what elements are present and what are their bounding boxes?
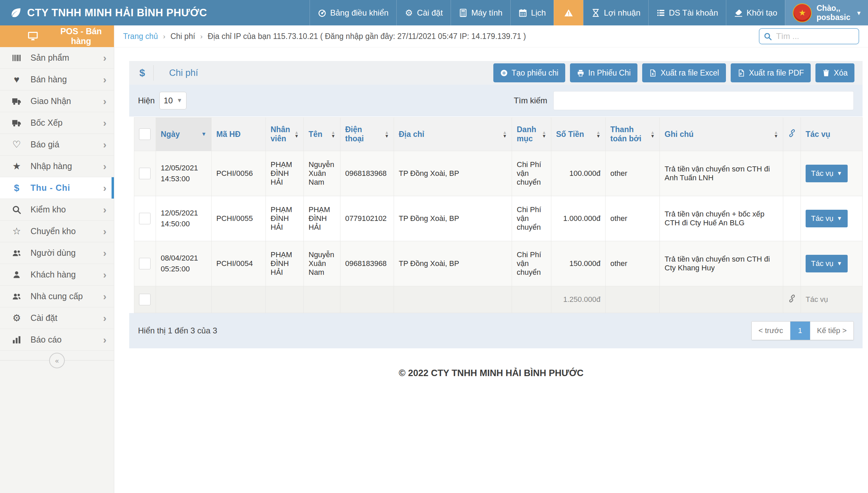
pagination-prev[interactable]: < trước bbox=[752, 322, 790, 340]
column-header-staff[interactable]: Nhân viên▲▼ bbox=[266, 118, 304, 151]
delete-label: Xóa bbox=[834, 68, 848, 78]
brand-title: CTY TNHH MINH HẢI BÌNH PHƯỚC bbox=[27, 7, 207, 19]
create-expense-button[interactable]: Tạo phiếu chi bbox=[493, 63, 565, 82]
column-header-phone[interactable]: Điện thoại▲▼ bbox=[340, 118, 394, 151]
cell-action: Tác vụ▼ bbox=[801, 241, 863, 286]
nav-item-calendar[interactable]: Lịch bbox=[510, 0, 554, 25]
nav-item-dashboard[interactable]: Bảng điều khiển bbox=[310, 0, 396, 25]
column-header-code[interactable]: Mã HĐ bbox=[212, 118, 266, 151]
cell-phone: 0779102102 bbox=[340, 196, 394, 241]
row-checkbox[interactable] bbox=[139, 168, 151, 179]
user-greeting: Chào,, posbasic bbox=[816, 4, 850, 22]
cell-date: 12/05/202114:50:00 bbox=[156, 196, 212, 241]
print-expense-button[interactable]: In Phiếu Chi bbox=[570, 63, 637, 82]
sidebar-item-khach-hang[interactable]: Khách hàng› bbox=[0, 264, 114, 286]
row-action-button[interactable]: Tác vụ▼ bbox=[806, 210, 848, 227]
column-header-paid_by[interactable]: Thanh toán bởi▲▼ bbox=[606, 118, 660, 151]
sidebar-item-label: Nhà cung cấp bbox=[31, 291, 83, 301]
column-header-category[interactable]: Danh mục▲▼ bbox=[512, 118, 551, 151]
global-search-input[interactable] bbox=[775, 31, 854, 41]
nav-item-settings[interactable]: ⚙Cài đặt bbox=[396, 0, 451, 25]
nav-item-initialize[interactable]: Khởi tạo bbox=[726, 0, 785, 25]
export-pdf-label: Xuất ra file PDF bbox=[749, 68, 804, 78]
star-icon: ★ bbox=[9, 162, 24, 171]
sidebar-item-label: Sản phẩm bbox=[31, 53, 69, 63]
cell-code: PCHI/0055 bbox=[212, 196, 266, 241]
cell-select bbox=[134, 241, 156, 286]
total-cell-address bbox=[394, 286, 512, 313]
sidebar-item-chuyen-kho[interactable]: ☆Chuyển kho› bbox=[0, 221, 114, 242]
cell-category: Chi Phí vận chuyển bbox=[512, 151, 551, 196]
sidebar-item-cai-dat[interactable]: ⚙Cài đặt› bbox=[0, 307, 114, 329]
user-menu[interactable]: ★ Chào,, posbasic ▾ bbox=[785, 0, 868, 25]
nav-item-accounts[interactable]: DS Tài khoản bbox=[648, 0, 726, 25]
row-checkbox[interactable] bbox=[139, 213, 151, 224]
delete-button[interactable]: Xóa bbox=[815, 63, 854, 82]
avatar: ★ bbox=[793, 3, 812, 22]
nav-item-profit[interactable]: Lợi nhuận bbox=[583, 0, 648, 25]
cell-note: Trả tiền vận chuyển sơn CTH đi Cty Khang… bbox=[660, 241, 783, 286]
sidebar-item-label: Cài đặt bbox=[31, 313, 57, 323]
sidebar-item-label: Thu - Chi bbox=[31, 183, 70, 193]
nav-item-calculator[interactable]: Máy tính bbox=[451, 0, 510, 25]
pagination-page-1[interactable]: 1 bbox=[790, 322, 810, 340]
cell-category: Chi Phí vận chuyển bbox=[512, 241, 551, 286]
select-all-checkbox[interactable] bbox=[139, 128, 151, 140]
cell-date: 08/04/2021 bbox=[161, 253, 206, 264]
print-expense-label: In Phiếu Chi bbox=[588, 68, 631, 78]
sidebar-item-label: Bốc Xếp bbox=[31, 118, 63, 128]
page-size-select[interactable]: 10 ▼ bbox=[159, 92, 186, 109]
pagination-next[interactable]: Kế tiếp > bbox=[810, 322, 853, 340]
breadcrumb-bar: Trang chủ › Chi phí › Địa chỉ IP của bạn… bbox=[114, 25, 868, 47]
sidebar-item-nhap-hang[interactable]: ★Nhập hàng› bbox=[0, 156, 114, 177]
truck-icon bbox=[9, 118, 24, 128]
breadcrumb-separator: › bbox=[163, 32, 165, 40]
sidebar-item-ban-hang[interactable]: ♥Bán hàng› bbox=[0, 69, 114, 90]
column-header-address[interactable]: Địa chỉ▲▼ bbox=[394, 118, 512, 151]
column-header-name[interactable]: Tên▲▼ bbox=[304, 118, 340, 151]
total-cell-name bbox=[304, 286, 340, 313]
nav-item-warning[interactable] bbox=[554, 0, 583, 25]
export-excel-button[interactable]: Xuất ra file Excel bbox=[642, 63, 726, 82]
column-label: Điện thoại bbox=[345, 125, 382, 143]
sidebar-item-kiem-kho[interactable]: Kiểm kho› bbox=[0, 199, 114, 221]
truck-icon bbox=[9, 97, 24, 106]
total-cell-category bbox=[512, 286, 551, 313]
chevron-right-icon: › bbox=[103, 312, 106, 324]
users-icon bbox=[9, 292, 24, 301]
sidebar-item-bao-cao[interactable]: Báo cáo› bbox=[0, 329, 114, 351]
sidebar-item-san-pham[interactable]: Sản phẩm› bbox=[0, 47, 114, 69]
column-header-action[interactable]: Tác vụ bbox=[801, 118, 863, 151]
total-cell-date bbox=[156, 286, 212, 313]
calculator-icon bbox=[459, 8, 468, 17]
sidebar-item-boc-xep[interactable]: Bốc Xếp› bbox=[0, 112, 114, 134]
row-checkbox[interactable] bbox=[139, 258, 151, 269]
table-row: 12/05/202114:50:00PCHI/0055PHẠM ĐÌNH HẢI… bbox=[134, 196, 863, 241]
cell-amount: 1.000.000đ bbox=[551, 196, 606, 241]
row-action-button[interactable]: Tác vụ▼ bbox=[806, 255, 848, 272]
chevron-right-icon: › bbox=[103, 269, 106, 281]
total-checkbox[interactable] bbox=[139, 294, 151, 305]
column-header-amount[interactable]: Số Tiền▲▼ bbox=[551, 118, 606, 151]
total-cell-action: Tác vụ bbox=[801, 286, 863, 313]
sidebar-item-nha-cung-cap[interactable]: Nhà cung cấp› bbox=[0, 286, 114, 307]
cell-address: TP Đồng Xoài, BP bbox=[394, 196, 512, 241]
row-action-button[interactable]: Tác vụ▼ bbox=[806, 165, 848, 182]
search-icon bbox=[764, 32, 772, 41]
sidebar-item-nguoi-dung[interactable]: Người dùng› bbox=[0, 242, 114, 264]
sidebar-item-giao-nhan[interactable]: Giao Nhận› bbox=[0, 90, 114, 112]
sidebar-header-pos[interactable]: POS - Bán hàng bbox=[0, 25, 114, 47]
cell-time: 05:25:00 bbox=[161, 264, 206, 274]
sidebar-item-thu-chi[interactable]: $Thu - Chi› bbox=[0, 177, 114, 199]
export-pdf-button[interactable]: Xuất ra file PDF bbox=[731, 63, 811, 82]
cell-category: Chi Phí vận chuyển bbox=[512, 196, 551, 241]
breadcrumb-home[interactable]: Trang chủ bbox=[123, 32, 158, 41]
column-header-note[interactable]: Ghi chú▲▼ bbox=[660, 118, 783, 151]
table-search-input[interactable] bbox=[553, 91, 854, 110]
cell-action: Tác vụ▼ bbox=[801, 196, 863, 241]
sidebar-item-bao-gia[interactable]: ♡Báo giá› bbox=[0, 134, 114, 156]
total-cell-note bbox=[660, 286, 783, 313]
create-expense-label: Tạo phiếu chi bbox=[512, 68, 558, 78]
column-header-date[interactable]: Ngày▼ bbox=[156, 118, 212, 151]
sidebar-collapse-button[interactable]: « bbox=[49, 353, 65, 368]
